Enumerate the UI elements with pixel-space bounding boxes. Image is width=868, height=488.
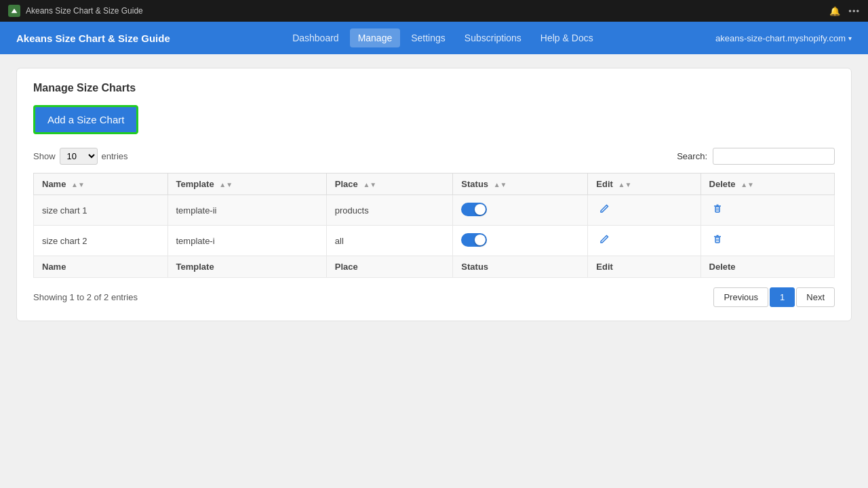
manage-card: Manage Size Charts Add a Size Chart Show… <box>16 68 852 321</box>
nav-link-manage[interactable]: Manage <box>350 28 401 47</box>
pagination-area: Showing 1 to 2 of 2 entries Previous 1 N… <box>33 287 835 307</box>
table-header: Name ▲▼ Template ▲▼ Place ▲▼ Status ▲▼ <box>34 174 835 195</box>
col-place-sort-icon: ▲▼ <box>363 181 376 188</box>
store-chevron-icon: ▾ <box>848 35 852 42</box>
row2-status-toggle[interactable] <box>461 233 487 247</box>
previous-button[interactable]: Previous <box>713 287 768 307</box>
edit-icon <box>599 203 610 214</box>
title-bar-right: 🔔 ••• <box>829 6 860 16</box>
footer-delete: Delete <box>701 256 834 278</box>
table-controls: Show 10 25 50 100 entries Search: <box>33 148 835 165</box>
col-status-sort-icon: ▲▼ <box>494 181 507 188</box>
window-title: Akeans Size Chart & Size Guide <box>26 6 143 16</box>
row1-status <box>453 195 588 226</box>
footer-name: Name <box>34 256 168 278</box>
col-template-sort-icon: ▲▼ <box>219 181 233 188</box>
col-edit-sort-icon: ▲▼ <box>618 181 632 188</box>
col-delete-label: Delete <box>709 179 736 189</box>
add-size-chart-button[interactable]: Add a Size Chart <box>33 105 138 134</box>
search-area: Search: <box>677 148 835 165</box>
col-place[interactable]: Place ▲▼ <box>326 174 453 195</box>
col-template-label: Template <box>176 179 214 189</box>
row2-edit <box>588 226 701 256</box>
edit-icon <box>599 234 610 245</box>
table-body: size chart 1 template-ii products <box>34 195 835 256</box>
show-label: Show <box>33 151 56 161</box>
row2-edit-button[interactable] <box>596 232 612 249</box>
nav-link-subscriptions[interactable]: Subscriptions <box>456 28 530 47</box>
col-edit[interactable]: Edit ▲▼ <box>588 174 701 195</box>
search-input[interactable] <box>713 148 835 165</box>
search-label: Search: <box>677 151 707 161</box>
top-nav: Akeans Size Chart & Size Guide Dashboard… <box>0 22 868 54</box>
col-template[interactable]: Template ▲▼ <box>167 174 326 195</box>
bell-icon[interactable]: 🔔 <box>829 6 840 16</box>
row2-template: template-i <box>167 226 326 256</box>
row1-status-toggle[interactable] <box>461 203 487 216</box>
show-entries: Show 10 25 50 100 entries <box>33 148 128 165</box>
nav-store[interactable]: akeans-size-chart.myshopify.com ▾ <box>715 33 852 43</box>
col-status[interactable]: Status ▲▼ <box>453 174 588 195</box>
table-footer: Name Template Place Status Edit Delete <box>34 256 835 278</box>
nav-links: Dashboard Manage Settings Subscriptions … <box>284 28 601 47</box>
size-charts-table: Name ▲▼ Template ▲▼ Place ▲▼ Status ▲▼ <box>33 173 835 278</box>
row2-delete <box>701 226 834 256</box>
footer-status: Status <box>453 256 588 278</box>
store-name: akeans-size-chart.myshopify.com <box>715 33 846 43</box>
footer-template: Template <box>167 256 326 278</box>
nav-brand: Akeans Size Chart & Size Guide <box>16 33 170 44</box>
footer-place: Place <box>326 256 453 278</box>
col-name-sort-icon: ▲▼ <box>71 181 85 188</box>
app-icon <box>8 5 20 17</box>
card-title: Manage Size Charts <box>33 82 835 94</box>
col-status-label: Status <box>461 179 488 189</box>
more-icon[interactable]: ••• <box>848 6 860 16</box>
col-delete[interactable]: Delete ▲▼ <box>701 174 834 195</box>
row1-name: size chart 1 <box>34 195 168 226</box>
page-1-button[interactable]: 1 <box>770 287 795 307</box>
trash-icon <box>712 203 723 214</box>
row1-template: template-ii <box>167 195 326 226</box>
col-name[interactable]: Name ▲▼ <box>34 174 168 195</box>
svg-rect-5 <box>715 237 719 243</box>
nav-link-settings[interactable]: Settings <box>403 28 454 47</box>
entries-label: entries <box>102 151 128 161</box>
row2-status <box>453 226 588 256</box>
row1-edit-button[interactable] <box>596 202 612 218</box>
table-row: size chart 1 template-ii products <box>34 195 835 226</box>
main-content: Manage Size Charts Add a Size Chart Show… <box>0 54 868 335</box>
nav-link-dashboard[interactable]: Dashboard <box>284 28 347 47</box>
col-place-label: Place <box>335 179 358 189</box>
footer-edit: Edit <box>588 256 701 278</box>
trash-icon <box>712 234 723 245</box>
pagination-info: Showing 1 to 2 of 2 entries <box>33 292 138 302</box>
col-edit-label: Edit <box>596 179 613 189</box>
row1-delete <box>701 195 834 226</box>
row2-place: all <box>326 226 453 256</box>
next-button[interactable]: Next <box>796 287 835 307</box>
row1-delete-button[interactable] <box>709 202 726 218</box>
pagination-buttons: Previous 1 Next <box>713 287 835 307</box>
row2-name: size chart 2 <box>34 226 168 256</box>
table-row: size chart 2 template-i all <box>34 226 835 256</box>
row1-edit <box>588 195 701 226</box>
col-name-label: Name <box>42 179 66 189</box>
row1-place: products <box>326 195 453 226</box>
col-delete-sort-icon: ▲▼ <box>741 181 754 188</box>
nav-link-help[interactable]: Help & Docs <box>532 28 601 47</box>
title-bar: Akeans Size Chart & Size Guide 🔔 ••• <box>0 0 868 22</box>
row2-delete-button[interactable] <box>709 232 726 249</box>
title-bar-left: Akeans Size Chart & Size Guide <box>8 5 143 17</box>
svg-rect-0 <box>715 207 719 212</box>
entries-select[interactable]: 10 25 50 100 <box>60 148 98 165</box>
